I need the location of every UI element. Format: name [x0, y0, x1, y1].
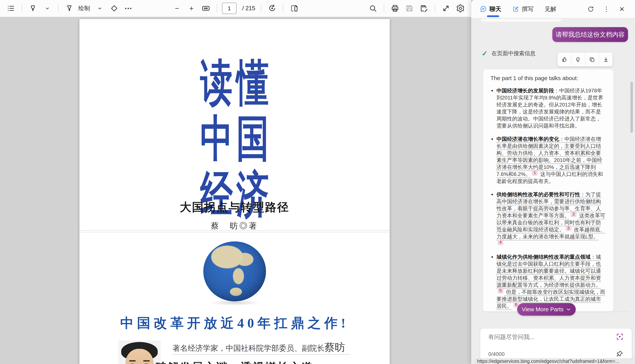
copilot-sidebar: 聊天 撰写 见解 ⋮	[471, 0, 635, 364]
citation-badge[interactable]: 5	[498, 288, 503, 294]
response-bullet: 城镇化作为供给侧结构性改革的重点领域：城镇化是过去中国获取人口红利的主要手段，也…	[490, 253, 606, 310]
draw-dropdown-button[interactable]	[94, 2, 106, 14]
tab-compose[interactable]: 撰写	[512, 0, 534, 18]
response-intro: The part 1 of this page talks about:	[490, 75, 606, 82]
response-bullet-list: 中国经济增长的发展阶段：中国经济从1978年到2011年实现了年均9.9%的高速…	[490, 87, 606, 310]
draw-label: 绘制	[78, 4, 90, 12]
book-title-line1: 读懂	[132, 55, 337, 111]
more-tools-button[interactable]: •••	[123, 2, 134, 14]
book-subtitle: 大国拐点与转型路径	[79, 200, 390, 215]
cited-text[interactable]: 中国经济潜在增长率的变化	[497, 136, 559, 142]
fit-width-icon	[201, 4, 210, 13]
highlighter-icon	[29, 4, 37, 12]
view-more-label: View More Parts	[522, 306, 564, 312]
table-of-contents-button[interactable]	[5, 2, 17, 14]
author-credit: 著名经济学家，中国社科院学部委员、副院长蔡昉	[172, 340, 355, 354]
print-button[interactable]	[389, 2, 401, 14]
check-icon: ✓	[482, 50, 488, 57]
citation-badge[interactable]: 4	[498, 239, 503, 245]
expand-icon	[442, 4, 450, 12]
minus-icon: −	[175, 5, 179, 12]
fullscreen-button[interactable]	[440, 2, 452, 14]
kebab-icon: ⋮	[603, 6, 610, 12]
save-as-button[interactable]	[418, 2, 430, 14]
chevron-down-icon	[97, 6, 103, 11]
copy-icon	[589, 56, 595, 63]
toolbar-separator	[22, 4, 22, 12]
sidebar-scrollbar-thumb[interactable]	[630, 82, 633, 133]
zoom-in-button[interactable]: +	[186, 2, 197, 14]
download-button[interactable]	[599, 52, 612, 66]
pdf-page: 读懂 中国 经济 大国拐点与转型路径 蔡 昉◎著 中国改革开放近40年扛鼎之作!…	[79, 19, 390, 364]
bullet-text: 中国经济增长的发展阶段	[497, 88, 554, 94]
thumbs-down-button[interactable]	[571, 52, 585, 66]
search-status-text: 在页面中搜索信息	[492, 50, 536, 57]
book-byline: 蔡 昉◎著	[79, 220, 390, 231]
eraser-icon	[110, 4, 118, 12]
toolbar-separator	[217, 4, 217, 12]
copy-button[interactable]	[585, 52, 599, 66]
close-icon: ✕	[619, 6, 625, 12]
toolbar-separator	[58, 4, 59, 12]
screenshot-icon	[616, 333, 624, 341]
status-bar-url: https://edgeservices.bing.com/edgesvc/ch…	[475, 358, 635, 364]
gear-icon	[456, 4, 465, 13]
screenshot-button[interactable]	[615, 332, 624, 341]
response-bullet: 中国经济潜在增长率的变化：中国经济潜在增长率是由供给侧因素决定的，主要受到人口结…	[490, 136, 606, 185]
settings-button[interactable]	[455, 2, 466, 14]
yarn-globe-image	[203, 242, 266, 301]
toolbar-separator	[283, 4, 283, 12]
toolbar-separator	[435, 4, 435, 12]
highlight-dropdown-button[interactable]	[41, 2, 53, 14]
refresh-button[interactable]	[586, 4, 596, 14]
rotate-button[interactable]	[266, 2, 278, 14]
search-status-row: ✓ 在页面中搜索信息	[482, 50, 536, 57]
divider	[79, 232, 390, 232]
zoom-out-button[interactable]: −	[171, 2, 183, 14]
char-counter: 0/4000	[488, 351, 505, 357]
citation-badge[interactable]: 2	[571, 211, 576, 217]
page-total-label: / 215	[242, 5, 255, 12]
toc-icon	[7, 4, 15, 12]
thumbs-up-button[interactable]	[557, 52, 571, 66]
search-button[interactable]	[367, 2, 379, 14]
compose-icon	[512, 6, 519, 12]
ellipsis-icon: •••	[125, 6, 132, 11]
book-title-line2: 中国	[132, 111, 337, 167]
cited-text[interactable]: 供给侧结构性改革的必要性和可行性	[497, 192, 580, 197]
citation-badge[interactable]: 1	[532, 170, 538, 176]
fit-to-width-button[interactable]	[200, 2, 212, 14]
pin-send-button[interactable]	[615, 349, 624, 358]
citation-badge[interactable]: 3	[566, 225, 571, 231]
tab-insights[interactable]: 见解	[545, 0, 556, 18]
save-icon	[405, 4, 414, 13]
active-tab-indicator	[487, 15, 499, 17]
chat-input[interactable]	[488, 333, 606, 344]
page-view-button[interactable]	[288, 2, 300, 14]
rotate-icon	[268, 4, 277, 13]
chat-input-card: 0/4000	[480, 328, 632, 361]
plus-icon: +	[189, 5, 193, 12]
book-headline: 中国改革开放近40年扛鼎之作!	[79, 314, 390, 332]
sidebar-header: 聊天 撰写 见解 ⋮	[471, 0, 635, 18]
close-sidebar-button[interactable]: ✕	[617, 4, 627, 14]
tab-chat[interactable]: 聊天	[480, 0, 501, 18]
view-more-parts-button[interactable]: View More Parts	[517, 303, 576, 316]
save-button[interactable]	[403, 2, 415, 14]
cited-text[interactable]: 城镇化作为供给侧结构性改革的重点领域	[497, 254, 590, 260]
user-message-bubble[interactable]: 请帮我总结这份文档内容	[552, 27, 628, 42]
author-name: 蔡昉	[325, 342, 345, 353]
page-number-input[interactable]	[222, 3, 237, 14]
cited-text[interactable]: ：中国经济潜在增长率是由供给侧因素决定的，主要受到人口结构、劳动力供给、人力资本…	[497, 136, 602, 177]
erase-button[interactable]	[108, 2, 120, 14]
toolbar-separator	[261, 4, 261, 12]
download-icon	[603, 56, 609, 63]
response-bullet: 供给侧结构性改革的必要性和可行性：为了提高中国经济潜在增长率，需要进行供给侧结构…	[490, 191, 606, 247]
draw-button[interactable]	[64, 2, 75, 14]
page-view-icon	[290, 4, 299, 13]
chat-bubble-icon	[480, 6, 487, 12]
toolbar-center-group: − + / 215	[171, 0, 300, 17]
highlight-button[interactable]	[27, 2, 39, 14]
chevron-down-icon	[566, 307, 571, 312]
sidebar-menu-button[interactable]: ⋮	[601, 4, 611, 14]
